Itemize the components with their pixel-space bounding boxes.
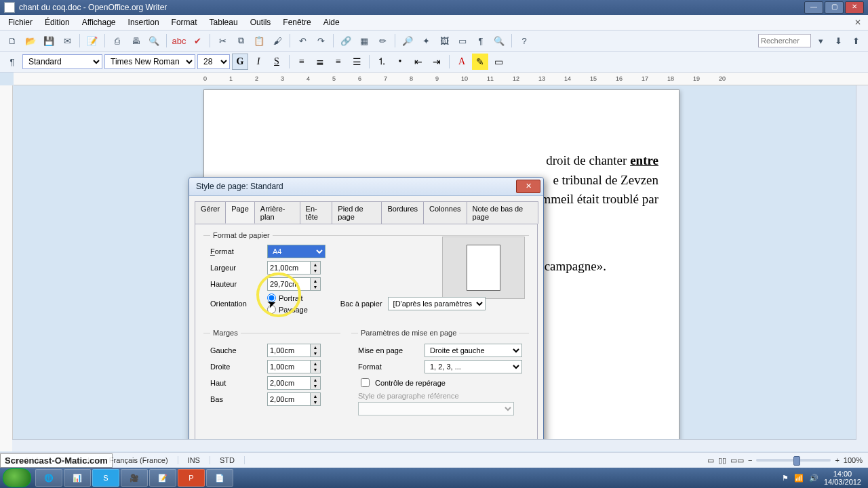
tab-columns[interactable]: Colonnes [423, 201, 467, 224]
dialog-close-button[interactable]: ✕ [516, 180, 540, 193]
margin-bottom-spinner[interactable]: ▲▼ [267, 392, 321, 406]
height-spinner[interactable]: ▲▼ [267, 277, 321, 291]
paste-button[interactable]: 📋 [251, 33, 267, 49]
menu-format[interactable]: Format [166, 16, 203, 28]
taskbar-app-1[interactable]: 🌐 [35, 469, 62, 487]
tab-footer[interactable]: Pied de page [332, 201, 382, 224]
decrease-indent-button[interactable]: ⇤ [410, 54, 427, 70]
search-dropdown-button[interactable]: ▾ [812, 33, 829, 49]
search-input[interactable] [758, 34, 811, 47]
cut-button[interactable]: ✂ [214, 33, 231, 49]
menu-edit[interactable]: Édition [39, 16, 75, 28]
page-layout-combo[interactable]: Droite et gauche [425, 344, 522, 357]
font-name-combo[interactable]: Times New Roman [104, 54, 195, 69]
background-color-button[interactable]: ▭ [490, 54, 507, 70]
tab-page[interactable]: Page [225, 201, 255, 224]
print-preview-button[interactable]: 🔍 [146, 33, 162, 49]
menu-window[interactable]: Fenêtre [277, 16, 316, 28]
horizontal-scrollbar[interactable] [12, 439, 856, 451]
dialog-titlebar[interactable]: Style de page: Standard ✕ [189, 178, 543, 196]
paper-format-combo[interactable]: A4 [267, 245, 326, 258]
spellcheck-button[interactable]: abc [171, 33, 187, 49]
datasources-button[interactable]: ▭ [454, 33, 471, 49]
taskbar-app-7[interactable]: 📄 [206, 469, 233, 487]
vertical-scrollbar[interactable] [856, 85, 868, 451]
auto-spellcheck-button[interactable]: ✔ [189, 33, 205, 49]
system-tray[interactable]: ⚑ 📶 🔊 14:0014/03/2012 [782, 470, 865, 486]
number-format-combo[interactable]: 1, 2, 3, ... [425, 360, 522, 373]
view-book-icon[interactable]: ▭▭ [730, 456, 744, 465]
tab-header[interactable]: En-tête [300, 201, 333, 224]
zoom-value[interactable]: 100% [844, 456, 863, 464]
tab-background[interactable]: Arrière-plan [254, 201, 300, 224]
width-spinner[interactable]: ▲▼ [267, 261, 321, 274]
table-button[interactable]: ▦ [356, 33, 372, 49]
undo-button[interactable]: ↶ [294, 33, 311, 49]
print-button[interactable]: 🖶 [127, 33, 144, 49]
hyperlink-button[interactable]: 🔗 [338, 33, 354, 49]
taskbar-app-5[interactable]: 📝 [149, 469, 176, 487]
status-language[interactable]: Français (France) [109, 456, 178, 464]
tray-flag-icon[interactable]: ⚑ [782, 474, 789, 483]
tab-borders[interactable]: Bordures [381, 201, 424, 224]
navigator-button[interactable]: ✦ [418, 33, 434, 49]
gallery-button[interactable]: 🖼 [436, 33, 452, 49]
maximize-button[interactable]: ▢ [825, 1, 844, 14]
close-window-button[interactable]: ✕ [845, 1, 864, 14]
taskbar-app-3[interactable]: S [92, 469, 119, 487]
taskbar-app-6[interactable]: P [178, 469, 205, 487]
numbered-list-button[interactable]: ⒈ [374, 54, 390, 70]
orientation-landscape-radio[interactable]: Paysage [267, 305, 308, 314]
styles-dialog-button[interactable]: ¶ [4, 54, 20, 70]
align-center-button[interactable]: ≣ [312, 54, 328, 70]
highlight-color-button[interactable]: ✎ [472, 54, 488, 70]
zoom-slider[interactable] [756, 459, 831, 462]
nonprinting-chars-button[interactable]: ¶ [473, 33, 489, 49]
document-close-button[interactable]: ✕ [850, 18, 865, 27]
view-single-page-icon[interactable]: ▭ [707, 456, 714, 465]
tray-volume-icon[interactable]: 🔊 [809, 474, 818, 483]
paragraph-style-combo[interactable]: Standard [22, 54, 102, 69]
tray-clock[interactable]: 14:0014/03/2012 [824, 470, 861, 486]
find-replace-button[interactable]: 🔎 [399, 33, 416, 49]
format-paintbrush-button[interactable]: 🖌 [269, 33, 285, 49]
increase-indent-button[interactable]: ⇥ [429, 54, 445, 70]
tab-manage[interactable]: Gérer [195, 201, 226, 224]
font-size-combo[interactable]: 28 [197, 54, 230, 69]
align-justify-button[interactable]: ☰ [349, 54, 365, 70]
margin-top-spinner[interactable]: ▲▼ [267, 376, 321, 390]
redo-button[interactable]: ↷ [313, 33, 329, 49]
tab-footnote[interactable]: Note de bas de page [467, 201, 538, 224]
align-right-button[interactable]: ≡ [330, 54, 347, 70]
taskbar-app-4[interactable]: 🎥 [121, 469, 148, 487]
menu-help[interactable]: Aide [318, 16, 345, 28]
open-button[interactable]: 📂 [22, 33, 39, 49]
copy-button[interactable]: ⧉ [233, 33, 249, 49]
menu-file[interactable]: Fichier [3, 16, 38, 28]
margin-right-spinner[interactable]: ▲▼ [267, 360, 321, 373]
menu-table[interactable]: Tableau [204, 16, 243, 28]
taskbar-app-2[interactable]: 📊 [64, 469, 91, 487]
save-button[interactable]: 💾 [41, 33, 57, 49]
menu-insert[interactable]: Insertion [123, 16, 165, 28]
export-pdf-button[interactable]: ⎙ [109, 33, 125, 49]
horizontal-ruler[interactable]: 01234567891011121314151617181920 [14, 73, 868, 85]
align-left-button[interactable]: ≡ [294, 54, 310, 70]
font-color-button[interactable]: A [454, 54, 470, 70]
tray-network-icon[interactable]: 📶 [794, 474, 804, 483]
edit-file-button[interactable]: 📝 [84, 33, 100, 49]
zoom-button[interactable]: 🔍 [491, 33, 507, 49]
bold-button[interactable]: G [232, 54, 248, 70]
register-true-checkbox[interactable]: Contrôle de repérage [358, 376, 522, 389]
minimize-button[interactable]: — [804, 1, 823, 14]
menu-view[interactable]: Affichage [77, 16, 121, 28]
italic-button[interactable]: I [250, 54, 267, 70]
menu-tools[interactable]: Outils [245, 16, 277, 28]
status-insert-mode[interactable]: INS [188, 456, 210, 464]
zoom-in-button[interactable]: + [835, 456, 839, 464]
email-button[interactable]: ✉ [59, 33, 75, 49]
underline-button[interactable]: S [269, 54, 285, 70]
new-doc-button[interactable]: 🗋 [4, 33, 20, 49]
view-multi-page-icon[interactable]: ▯▯ [718, 456, 726, 465]
orientation-portrait-radio[interactable]: Portrait [267, 293, 308, 302]
